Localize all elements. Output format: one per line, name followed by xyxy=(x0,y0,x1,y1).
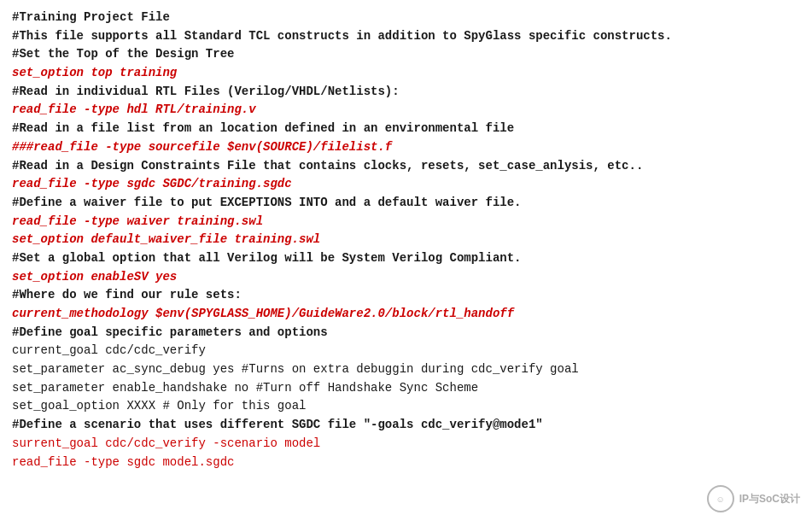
code-line-11: #Define a waiver file to put EXCEPTIONS … xyxy=(12,194,800,213)
code-line-8: ###read_file -type sourcefile $env(SOURC… xyxy=(12,138,800,157)
code-line-25: read_file -type sgdc model.sgdc xyxy=(12,454,800,472)
code-line-20: set_parameter ac_sync_debug yes #Turns o… xyxy=(12,360,800,379)
code-line-13: set_option default_waiver_file training.… xyxy=(12,231,800,249)
code-line-24: surrent_goal cdc/cdc_verify -scenario mo… xyxy=(12,435,800,454)
code-line-9: #Read in a Design Constraints File that … xyxy=(12,157,800,176)
code-line-17: current_methodology $env(SPYGLASS_HOME)/… xyxy=(12,305,800,324)
code-lines: #Training Project File#This file support… xyxy=(12,9,800,471)
code-line-18: #Define goal specific parameters and opt… xyxy=(12,324,800,342)
code-line-12: read_file -type waiver training.swl xyxy=(12,213,800,231)
code-line-19: current_goal cdc/cdc_verify xyxy=(12,342,800,360)
code-line-16: #Where do we find our rule sets: xyxy=(12,286,800,305)
code-container: #Training Project File#This file support… xyxy=(0,0,812,521)
code-line-14: #Set a global option that all Verilog wi… xyxy=(12,249,800,268)
watermark: ☺ IP与SoC设计 xyxy=(707,485,800,512)
code-line-5: #Read in individual RTL Files (Verilog/V… xyxy=(12,83,800,102)
code-line-3: #Set the Top of the Design Tree xyxy=(12,45,800,64)
code-line-23: #Define a scenario that uses different S… xyxy=(12,416,800,435)
code-line-1: #Training Project File xyxy=(12,9,800,27)
code-line-10: read_file -type sgdc SGDC/training.sgdc xyxy=(12,175,800,194)
code-line-4: set_option top training xyxy=(12,64,800,83)
watermark-icon: ☺ xyxy=(707,485,734,512)
watermark-label: IP与SoC设计 xyxy=(739,492,800,506)
code-line-21: set_parameter enable_handshake no #Turn … xyxy=(12,379,800,398)
code-line-22: set_goal_option XXXX # Only for this goa… xyxy=(12,397,800,416)
code-line-6: read_file -type hdl RTL/training.v xyxy=(12,101,800,120)
code-line-2: #This file supports all Standard TCL con… xyxy=(12,27,800,46)
code-line-7: #Read in a file list from an location de… xyxy=(12,120,800,138)
code-line-15: set_option enableSV yes xyxy=(12,268,800,287)
